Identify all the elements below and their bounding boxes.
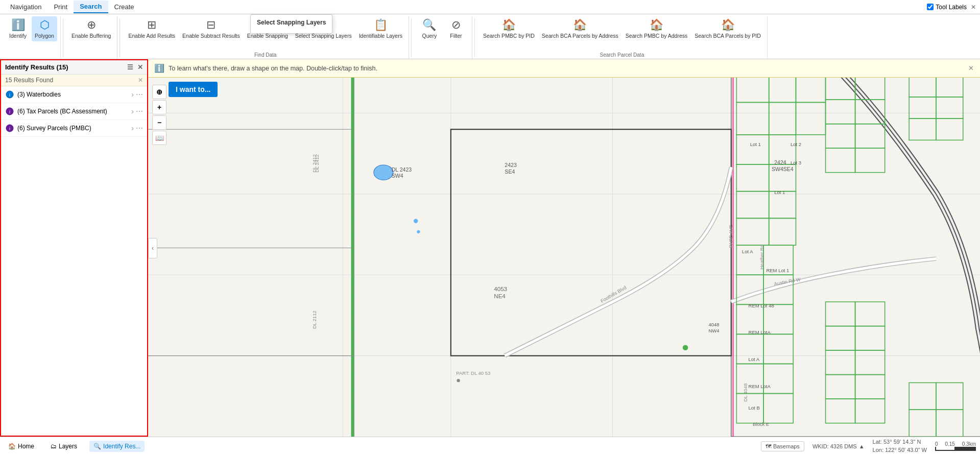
waterbodies-label: (3) Waterbodies [17, 91, 131, 98]
svg-text:DL 2423: DL 2423 [392, 166, 412, 173]
pmbc-address-label: Search PMBC by Address [626, 33, 687, 39]
nav-item-print[interactable]: Print [47, 1, 74, 13]
i-want-to-button[interactable]: I want to... [169, 82, 218, 97]
bca-address-label: Search BCA Parcels by Address [542, 33, 618, 39]
ribbon-group-query: 🔍 Query ⊘ Filter [414, 16, 472, 59]
map-svg[interactable]: DL 2423 SW4 2423 SE4 DL 2412 DL 2112 DL … [148, 59, 980, 437]
banner-close-icon[interactable]: ✕ [968, 64, 974, 72]
snapping-layers-label: Select Snapping Layers [295, 33, 352, 39]
result-count-bar: 15 Results Found ✕ [1, 75, 147, 86]
scale-label-1: 0.15 [945, 441, 954, 447]
basemaps-icon: 🗺 [766, 443, 771, 449]
ribbon-group-items-2: ⊕ Enable Buffering [68, 16, 114, 58]
status-bar-right: 🗺 Basemaps WKID: 4326 DMS ▲ Lat: 53° 59'… [761, 438, 976, 454]
filter-icon: ⊘ [451, 18, 461, 32]
panel-close-icon[interactable]: ✕ [137, 63, 143, 71]
search-bca-pid-button[interactable]: 🏠 Search BCA Parcels by PID [691, 16, 764, 41]
svg-point-81 [457, 379, 460, 382]
svg-text:REM LotA: REM LotA [749, 384, 771, 389]
status-bar: 🏠 Home 🗂 Layers 🔍 Identify Res... 🗺 Base… [0, 437, 980, 455]
pmbc-address-icon: 🏠 [650, 18, 663, 32]
tool-labels-checkbox[interactable] [927, 4, 934, 10]
top-nav-close-icon[interactable]: ✕ [971, 4, 976, 11]
nav-item-search[interactable]: Search [74, 1, 108, 13]
polygon-icon: ⬡ [40, 18, 50, 32]
waterbodies-dots[interactable]: ⋯ [136, 90, 143, 99]
panel-collapse-arrow[interactable]: ‹ [148, 238, 157, 258]
enable-subtract-results-button[interactable]: ⊟ Enable Subtract Results [179, 16, 243, 41]
main-area: Identify Results (15) ☰ ✕ 15 Results Fou… [0, 59, 980, 437]
svg-text:REM Lot 48: REM Lot 48 [749, 303, 774, 308]
svg-text:Heather Rd: Heather Rd [759, 245, 764, 270]
identify-res-label: Identify Res... [103, 443, 140, 450]
scale-bar-left [936, 447, 955, 450]
search-pmbc-address-button[interactable]: 🏠 Search PMBC by Address [623, 16, 690, 41]
snapping-label: Enable Snapping [247, 33, 288, 39]
bookmarks-button[interactable]: 📖 [152, 131, 166, 145]
enable-add-results-button[interactable]: ⊞ Enable Add Results [125, 16, 178, 41]
subtract-results-icon: ⊟ [206, 18, 216, 32]
ribbon-group-items-4: 🔍 Query ⊘ Filter [417, 16, 469, 58]
layers-tab[interactable]: 🗂 Layers [46, 441, 81, 452]
svg-text:Block E: Block E [753, 421, 769, 427]
add-results-label: Enable Add Results [128, 33, 175, 39]
bca-address-icon: 🏠 [573, 18, 587, 32]
waterbodies-chevron: › [131, 90, 134, 99]
tax-parcels-icon: i [5, 107, 14, 116]
location-button[interactable]: ⊕ [152, 85, 166, 99]
search-bca-address-button[interactable]: 🏠 Search BCA Parcels by Address [539, 16, 622, 41]
panel-menu-icon[interactable]: ☰ [127, 63, 133, 71]
identify-button[interactable]: ℹ️ Identify [5, 16, 31, 41]
find-data-label: Find Data [254, 51, 276, 58]
result-count-close-icon[interactable]: ✕ [138, 77, 143, 84]
polygon-button[interactable]: ⬡ Polygon [32, 16, 57, 41]
tax-parcels-label: (6) Tax Parcels (BC Assessment) [17, 108, 131, 115]
zoom-in-button[interactable]: + [152, 100, 166, 114]
survey-parcels-label: (6) Survey Parcels (PMBC) [17, 125, 131, 132]
scale-bar-right [955, 447, 975, 450]
identifiable-label: Identifiable Layers [359, 33, 402, 39]
survey-parcels-dots[interactable]: ⋯ [136, 124, 143, 132]
pmbc-pid-label: Search PMBC by PID [483, 33, 535, 39]
query-button[interactable]: 🔍 Query [417, 16, 442, 41]
identifiable-layers-button[interactable]: 📋 Identifiable Layers [356, 16, 405, 41]
buffering-icon: ⊕ [87, 18, 96, 32]
map-area[interactable]: ℹ️ To learn what's there, draw a shape o… [148, 59, 980, 437]
filter-button[interactable]: ⊘ Filter [443, 16, 469, 41]
svg-text:Lot 3: Lot 3 [791, 160, 801, 165]
result-item-tax-parcels[interactable]: i (6) Tax Parcels (BC Assessment) › ⋯ [1, 103, 147, 120]
identify-res-tab[interactable]: 🔍 Identify Res... [89, 441, 145, 452]
svg-text:2424: 2424 [774, 159, 786, 165]
buffering-label: Enable Buffering [71, 33, 111, 39]
filter-label: Filter [450, 33, 462, 39]
tool-labels-label: Tool Labels [936, 4, 967, 11]
identifiable-icon: 📋 [374, 18, 388, 32]
result-item-waterbodies[interactable]: i (3) Waterbodies › ⋯ [1, 86, 147, 103]
top-nav: Navigation Print Search Create Tool Labe… [0, 0, 980, 14]
scale-label-2: 0.3km [962, 441, 976, 447]
svg-text:DL 2112: DL 2112 [312, 310, 317, 329]
enable-buffering-button[interactable]: ⊕ Enable Buffering [68, 16, 114, 41]
collapse-icon: ‹ [152, 245, 154, 252]
svg-text:SW4SE4: SW4SE4 [772, 166, 794, 172]
coordinates-box: Lat: 53° 59' 14.3" N Lon: 122° 50' 43.0"… [873, 438, 927, 454]
svg-text:i: i [9, 92, 10, 98]
svg-text:4048: 4048 [708, 322, 719, 327]
basemaps-button[interactable]: 🗺 Basemaps [761, 441, 804, 451]
zoom-out-button[interactable]: − [152, 115, 166, 130]
home-tab[interactable]: 🏠 Home [4, 441, 38, 452]
svg-text:PARE AVE: PARE AVE [728, 225, 733, 248]
result-item-survey-parcels[interactable]: i (6) Survey Parcels (PMBC) › ⋯ [1, 120, 147, 137]
ribbon-group-buffering: ⊕ Enable Buffering [65, 16, 117, 59]
identify-res-icon: 🔍 [93, 443, 101, 450]
nav-item-create[interactable]: Create [108, 1, 140, 13]
tax-parcels-dots[interactable]: ⋯ [136, 107, 143, 115]
layers-icon: 🗂 [51, 443, 57, 450]
ribbon-group-items: ℹ️ Identify ⬡ Polygon [5, 16, 57, 58]
nav-item-navigation[interactable]: Navigation [4, 1, 47, 13]
top-nav-right: Tool Labels ✕ [927, 4, 976, 11]
layers-label: Layers [59, 443, 77, 450]
tool-labels-toggle[interactable]: Tool Labels [927, 4, 967, 11]
wkid-box[interactable]: WKID: 4326 DMS ▲ [812, 443, 865, 449]
search-pmbc-pid-button[interactable]: 🏠 Search PMBC by PID [480, 16, 538, 41]
